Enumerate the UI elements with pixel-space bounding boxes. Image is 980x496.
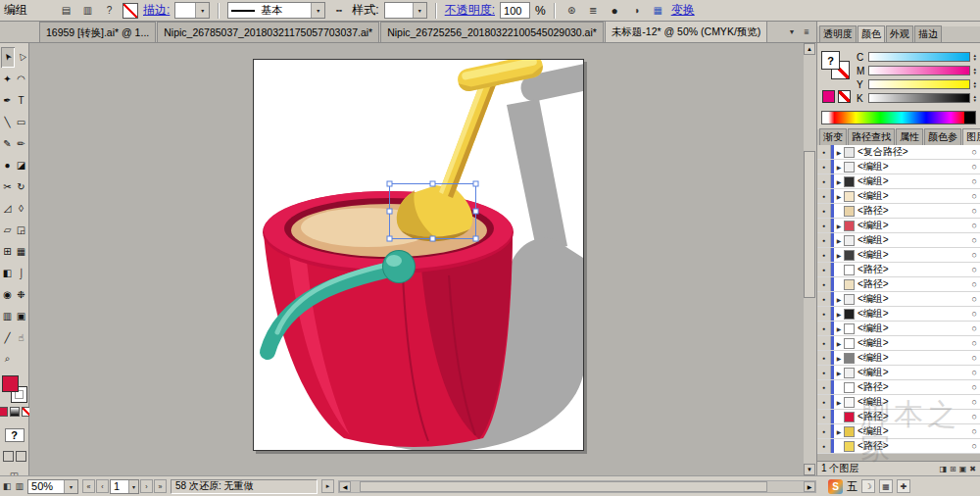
scrollbar-track[interactable] bbox=[351, 481, 804, 492]
scissors-tool[interactable]: ✂ bbox=[1, 176, 15, 197]
dropdown-arrow-icon[interactable]: ▾ bbox=[128, 480, 138, 493]
blend-tool[interactable]: ◉ bbox=[1, 284, 15, 305]
status-display[interactable]: 58 次还原: 无重做 bbox=[171, 479, 318, 494]
screen-mode-mini-icon[interactable]: ◧ bbox=[3, 481, 12, 491]
target-circle-icon[interactable]: ○ bbox=[972, 382, 977, 392]
canvas-pasteboard[interactable] bbox=[29, 43, 804, 475]
rotate-tool[interactable]: ↻ bbox=[15, 176, 28, 197]
channel-spinner[interactable]: ▴▾ bbox=[973, 94, 976, 102]
visibility-eye-icon[interactable]: ● bbox=[817, 204, 831, 218]
layer-row[interactable]: ●<路径>○ bbox=[817, 263, 980, 277]
expand-triangle-icon[interactable]: ▶ bbox=[834, 149, 844, 156]
scroll-down-icon[interactable]: ▼ bbox=[804, 464, 815, 475]
graphic-style-combo[interactable]: ▾ bbox=[384, 2, 427, 19]
style-toggle-icon[interactable]: ▤ bbox=[58, 2, 74, 19]
document-tab[interactable]: Nipic_26785037_20180321175057703037.ai* bbox=[157, 22, 379, 42]
layer-row[interactable]: ●▶<编组>○ bbox=[817, 292, 980, 307]
artboard-number-combo[interactable]: 1 ▾ bbox=[110, 479, 139, 494]
next-artboard-button[interactable]: › bbox=[140, 479, 153, 493]
recolor-artwork-icon[interactable]: ⊛ bbox=[564, 2, 580, 19]
make-clipping-mask-icon[interactable]: ◨ bbox=[939, 465, 947, 473]
layer-row[interactable]: ●▶<编组>○ bbox=[817, 395, 980, 410]
recolor-sphere-icon[interactable]: ● bbox=[607, 2, 623, 19]
target-circle-icon[interactable]: ○ bbox=[972, 323, 977, 333]
eyedropper-tool[interactable]: ⌡ bbox=[15, 263, 28, 283]
target-circle-icon[interactable]: ○ bbox=[972, 309, 977, 319]
target-circle-icon[interactable]: ○ bbox=[972, 191, 977, 201]
tab-gradient[interactable]: 渐变 bbox=[819, 128, 847, 145]
scroll-up-icon[interactable]: ▲ bbox=[804, 43, 815, 55]
target-circle-icon[interactable]: ○ bbox=[972, 279, 977, 289]
opacity-link[interactable]: 不透明度: bbox=[445, 2, 495, 19]
tab-overflow-icon[interactable]: ▼ bbox=[786, 26, 798, 38]
horizontal-scrollbar[interactable]: ◀ ▶ bbox=[338, 480, 816, 493]
target-circle-icon[interactable]: ○ bbox=[972, 426, 977, 436]
new-sublayer-icon[interactable]: ⊞ bbox=[950, 465, 956, 473]
rectangle-tool[interactable]: ▭ bbox=[15, 112, 28, 132]
channel-spinner[interactable]: ▴▾ bbox=[973, 53, 976, 61]
layer-row[interactable]: ●▶<编组>○ bbox=[817, 336, 980, 351]
mesh-tool[interactable]: ▦ bbox=[15, 241, 28, 262]
column-graph-tool[interactable]: ▥ bbox=[1, 306, 15, 326]
visibility-eye-icon[interactable]: ● bbox=[817, 145, 831, 159]
tab-menu-icon[interactable]: ≣ bbox=[801, 26, 812, 38]
free-transform-tool[interactable]: ▱ bbox=[1, 220, 15, 240]
visibility-eye-icon[interactable]: ● bbox=[817, 351, 831, 365]
width-tool[interactable]: ◊ bbox=[15, 198, 28, 219]
lasso-tool[interactable]: ◠ bbox=[15, 69, 28, 89]
layer-row[interactable]: ●<路径>○ bbox=[817, 380, 980, 395]
horizontal-scrollbar-thumb[interactable] bbox=[360, 481, 767, 492]
layer-row[interactable]: ●▶<编组>○ bbox=[817, 174, 980, 189]
layer-row[interactable]: ●<路径>○ bbox=[817, 204, 980, 219]
vertical-scrollbar[interactable]: ▲ ▼ bbox=[804, 43, 816, 475]
visibility-eye-icon[interactable]: ● bbox=[817, 189, 831, 203]
layer-row[interactable]: ●▶<复合路径>○ bbox=[817, 145, 980, 160]
fill-unknown-swatch[interactable]: ? bbox=[821, 51, 840, 70]
type-tool[interactable]: T bbox=[15, 90, 28, 111]
direct-selection-tool[interactable]: ▷ bbox=[15, 47, 28, 68]
channel-spinner[interactable]: ▴▾ bbox=[973, 80, 976, 88]
draw-normal-icon[interactable] bbox=[3, 451, 14, 462]
layer-row[interactable]: ●▶<编组>○ bbox=[817, 424, 980, 439]
vertical-scrollbar-thumb[interactable] bbox=[804, 151, 815, 298]
layer-row[interactable]: ●▶<编组>○ bbox=[817, 351, 980, 366]
visibility-eye-icon[interactable]: ● bbox=[817, 410, 831, 423]
fill-stroke-proxy[interactable] bbox=[2, 375, 27, 403]
line-segment-tool[interactable]: ╲ bbox=[1, 112, 15, 132]
visibility-eye-icon[interactable]: ● bbox=[817, 336, 831, 350]
visibility-eye-icon[interactable]: ● bbox=[817, 292, 831, 306]
channel-spinner[interactable]: ▴▾ bbox=[973, 67, 976, 74]
expand-triangle-icon[interactable]: ▶ bbox=[834, 370, 844, 376]
artboard[interactable] bbox=[253, 59, 584, 451]
target-circle-icon[interactable]: ○ bbox=[972, 397, 977, 407]
visibility-eye-icon[interactable]: ● bbox=[817, 366, 831, 379]
dropdown-arrow-icon[interactable]: ▾ bbox=[64, 480, 77, 493]
expand-triangle-icon[interactable]: ▶ bbox=[834, 223, 844, 229]
target-circle-icon[interactable]: ○ bbox=[972, 353, 977, 363]
target-circle-icon[interactable]: ○ bbox=[972, 147, 977, 157]
layer-row[interactable]: ●▶<编组>○ bbox=[817, 366, 980, 380]
ime-moon-icon[interactable]: ☽ bbox=[861, 479, 875, 493]
ime-keyboard-icon[interactable]: ▦ bbox=[879, 479, 893, 493]
gradient-tool[interactable]: ◧ bbox=[1, 263, 15, 283]
tab-color[interactable]: 颜色 bbox=[858, 25, 885, 42]
dropdown-arrow-icon[interactable]: ▾ bbox=[311, 3, 324, 18]
none-swatch[interactable] bbox=[838, 90, 851, 103]
prev-artboard-button[interactable]: ‹ bbox=[96, 479, 109, 493]
expand-triangle-icon[interactable]: ▶ bbox=[834, 296, 844, 303]
artboard-tool[interactable]: ▣ bbox=[15, 306, 28, 326]
color-spectrum[interactable] bbox=[821, 111, 976, 124]
expand-triangle-icon[interactable]: ▶ bbox=[834, 340, 844, 347]
color-mode-icon[interactable] bbox=[0, 407, 8, 417]
paintbrush-tool[interactable]: ✎ bbox=[1, 133, 15, 154]
align-icon[interactable]: ≣ bbox=[585, 2, 602, 19]
opacity-value-field[interactable]: 100 bbox=[500, 2, 530, 19]
target-circle-icon[interactable]: ○ bbox=[972, 294, 977, 304]
slice-tool[interactable]: ╱ bbox=[1, 327, 15, 348]
target-circle-icon[interactable]: ○ bbox=[972, 441, 977, 451]
target-circle-icon[interactable]: ○ bbox=[972, 368, 977, 377]
visibility-eye-icon[interactable]: ● bbox=[817, 160, 831, 174]
layer-row[interactable]: ●<路径>○ bbox=[817, 439, 980, 454]
layer-row[interactable]: ●▶<编组>○ bbox=[817, 322, 980, 336]
tab-attributes[interactable]: 属性 bbox=[896, 128, 923, 145]
